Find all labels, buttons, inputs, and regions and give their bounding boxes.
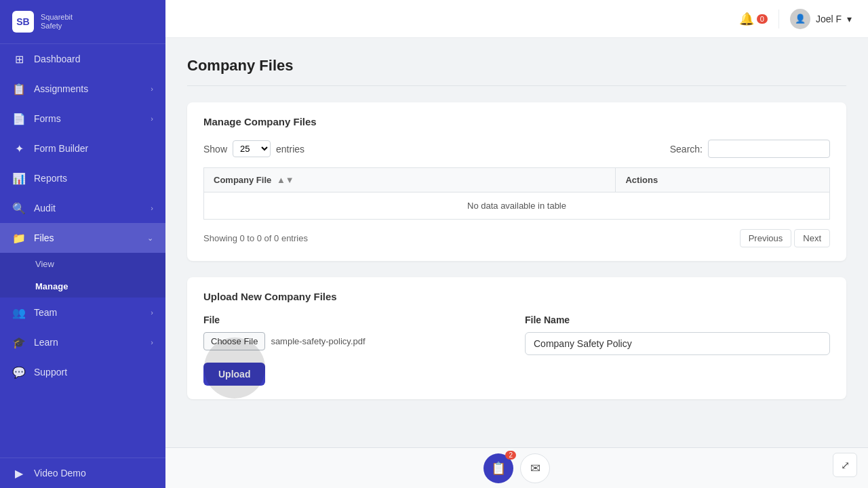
expand-icon: ⤢ — [841, 459, 850, 472]
notification-count: 0 — [757, 14, 768, 24]
team-icon: 👥 — [12, 306, 26, 319]
sidebar-item-dashboard[interactable]: ⊞ Dashboard — [0, 44, 165, 74]
showing-text: Showing 0 to 0 of 0 entries — [203, 233, 308, 243]
sidebar-item-label: Assignments — [34, 83, 88, 94]
chevron-right-icon: › — [151, 204, 153, 212]
footer-primary-button[interactable]: 📋 2 — [484, 453, 513, 483]
files-table: Company File ▲▼ Actions No data availabl… — [203, 167, 830, 220]
sidebar-item-video-demo[interactable]: ▶ Video Demo — [0, 458, 165, 488]
chevron-right-icon: › — [151, 308, 153, 317]
pagination: Previous Next — [740, 229, 830, 247]
search-box: Search: — [670, 140, 830, 158]
sidebar-item-label: Support — [34, 367, 67, 378]
user-menu[interactable]: 👤 Joel F ▾ — [790, 9, 852, 29]
upload-grid: File Choose File sample-safety-policy.pd… — [203, 314, 830, 386]
no-data-cell: No data available in table — [204, 192, 830, 220]
sidebar-item-label: Forms — [34, 113, 61, 124]
entries-select[interactable]: 25 10 50 100 — [233, 140, 271, 157]
file-input-row: Choose File sample-safety-policy.pdf — [203, 332, 509, 350]
show-label: Show — [203, 144, 227, 155]
filename-input[interactable] — [525, 332, 830, 355]
sidebar-item-label: Files — [34, 232, 54, 243]
app-logo-text: Squarebit Safety — [41, 13, 73, 30]
sidebar-item-label: Form Builder — [34, 143, 88, 154]
video-demo-icon: ▶ — [12, 466, 26, 480]
sort-icon: ▲▼ — [277, 175, 294, 185]
table-row-empty: No data available in table — [204, 192, 830, 220]
sidebar-item-forms[interactable]: 📄 Forms › — [0, 104, 165, 134]
content-area: Company Files Manage Company Files Show … — [165, 38, 868, 447]
footer-primary-icon: 📋 — [491, 461, 506, 476]
sidebar-item-files[interactable]: 📁 Files ⌄ — [0, 223, 165, 253]
footer-corner-button[interactable]: ⤢ — [833, 453, 857, 477]
sidebar-item-label: Video Demo — [34, 468, 86, 479]
choose-file-button[interactable]: Choose File — [203, 332, 265, 350]
sidebar-logo[interactable]: SB Squarebit Safety — [0, 0, 165, 44]
col-actions: Actions — [616, 168, 830, 192]
col-company-file[interactable]: Company File ▲▼ — [204, 168, 616, 192]
sidebar-item-audit[interactable]: 🔍 Audit › — [0, 193, 165, 223]
chosen-file-name: sample-safety-policy.pdf — [271, 336, 365, 346]
sidebar-item-label: Learn — [34, 337, 58, 348]
form-builder-icon: ✦ — [12, 142, 26, 155]
footer-secondary-icon: ✉ — [530, 461, 540, 476]
assignments-icon: 📋 — [12, 82, 26, 96]
file-upload-col: File Choose File sample-safety-policy.pd… — [203, 314, 509, 386]
header-divider — [778, 9, 779, 28]
entries-label: entries — [276, 144, 304, 155]
show-entries-control: Show 25 10 50 100 entries — [203, 140, 304, 157]
search-input[interactable] — [708, 140, 830, 158]
sidebar-item-assignments[interactable]: 📋 Assignments › — [0, 74, 165, 104]
user-name: Joel F — [816, 14, 842, 24]
files-subnav: View Manage — [0, 253, 165, 298]
chevron-right-icon: › — [151, 338, 153, 346]
sidebar-item-form-builder[interactable]: ✦ Form Builder — [0, 134, 165, 163]
upload-button[interactable]: Upload — [203, 363, 265, 386]
sidebar: SB Squarebit Safety ⊞ Dashboard 📋 Assign… — [0, 0, 165, 488]
chevron-down-icon: ⌄ — [147, 234, 153, 243]
filename-col-label: File Name — [525, 314, 830, 325]
page-divider — [187, 85, 846, 86]
notification-bell[interactable]: 🔔 0 — [739, 12, 768, 26]
chevron-right-icon: › — [151, 115, 153, 123]
sidebar-item-learn[interactable]: 🎓 Learn › — [0, 327, 165, 357]
dashboard-icon: ⊞ — [12, 52, 26, 66]
previous-button[interactable]: Previous — [740, 229, 792, 247]
sidebar-bottom: ▶ Video Demo — [0, 458, 165, 488]
sidebar-item-files-manage[interactable]: Manage — [0, 275, 165, 298]
sidebar-item-team[interactable]: 👥 Team › — [0, 298, 165, 327]
footer-secondary-button[interactable]: ✉ — [520, 453, 550, 483]
page-title: Company Files — [187, 57, 846, 75]
topbar: 🔔 0 👤 Joel F ▾ — [165, 0, 868, 38]
avatar: 👤 — [790, 9, 810, 29]
file-col-label: File — [203, 314, 509, 325]
manage-card-title: Manage Company Files — [203, 116, 830, 127]
filename-col: File Name — [525, 314, 830, 386]
search-label: Search: — [670, 144, 703, 155]
sidebar-item-label: Audit — [34, 203, 56, 214]
user-chevron-icon: ▾ — [847, 14, 852, 24]
reports-icon: 📊 — [12, 171, 26, 185]
upload-btn-wrapper: Upload — [203, 350, 265, 386]
audit-icon: 🔍 — [12, 201, 26, 215]
upload-files-card: Upload New Company Files File Choose Fil… — [187, 277, 846, 399]
next-button[interactable]: Next — [794, 229, 830, 247]
support-icon: 💬 — [12, 365, 26, 379]
sidebar-item-label: Dashboard — [34, 54, 81, 64]
sidebar-item-support[interactable]: 💬 Support — [0, 357, 165, 387]
learn-icon: 🎓 — [12, 336, 26, 349]
upload-card-title: Upload New Company Files — [203, 291, 830, 302]
files-icon: 📁 — [12, 231, 26, 245]
bell-icon: 🔔 — [739, 12, 754, 26]
sidebar-item-reports[interactable]: 📊 Reports — [0, 163, 165, 193]
sidebar-item-label: Reports — [34, 173, 67, 184]
chevron-right-icon: › — [151, 85, 153, 93]
table-footer: Showing 0 to 0 of 0 entries Previous Nex… — [203, 229, 830, 247]
table-controls: Show 25 10 50 100 entries Search: — [203, 140, 830, 158]
sidebar-item-files-view[interactable]: View — [0, 253, 165, 275]
footer-bar: 📋 2 ✉ ⤢ — [165, 447, 868, 488]
main-area: 🔔 0 👤 Joel F ▾ Company Files Manage Comp… — [165, 0, 868, 488]
app-logo-icon: SB — [12, 11, 34, 33]
sidebar-item-label: Team — [34, 307, 57, 318]
footer-badge: 2 — [505, 451, 516, 460]
